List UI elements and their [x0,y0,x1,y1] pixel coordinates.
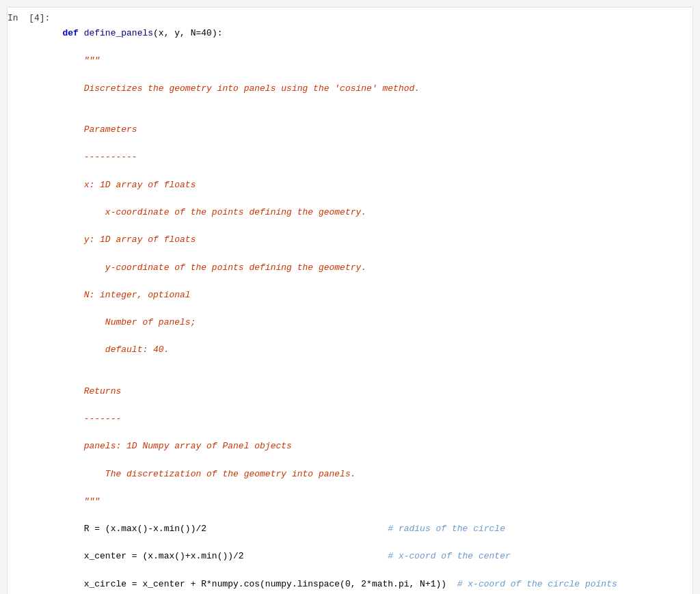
code-line: x-coordinate of the points defining the … [62,206,686,219]
code-line: default: 40. [62,343,686,357]
code-line: def define_panels(x, y, N=40): [62,27,686,40]
code-line: y-coordinate of the points defining the … [62,261,686,275]
code-line: """ [62,495,686,509]
code-line: R = (x.max()-x.min())/2 # radius of the … [62,522,686,536]
code-line: The discretization of the geometry into … [62,468,686,481]
code-line: panels: 1D Numpy array of Panel objects [62,440,686,453]
code-line: Discretizes the geometry into panels usi… [62,82,686,96]
code-line: Parameters [62,123,686,137]
code-line: ---------- [62,150,686,164]
code-line: """ [62,54,686,68]
code-line: y: 1D array of floats [62,233,686,247]
code-line: Returns [62,385,686,399]
code-line: ------- [62,412,686,426]
code-line: x_circle = x_center + R*numpy.cos(numpy.… [62,578,686,591]
code-line: x: 1D array of floats [62,178,686,192]
cell-label: In [4]: [8,8,55,594]
cell-content: def define_panels(x, y, N=40): """ Discr… [55,8,692,594]
code-line: N: integer, optional [62,288,686,302]
notebook-cell: In [4]: def define_panels(x, y, N=40): "… [7,7,693,594]
code-line: x_center = (x.max()+x.min())/2 # x-coord… [62,550,686,563]
code-line: Number of panels; [62,316,686,329]
